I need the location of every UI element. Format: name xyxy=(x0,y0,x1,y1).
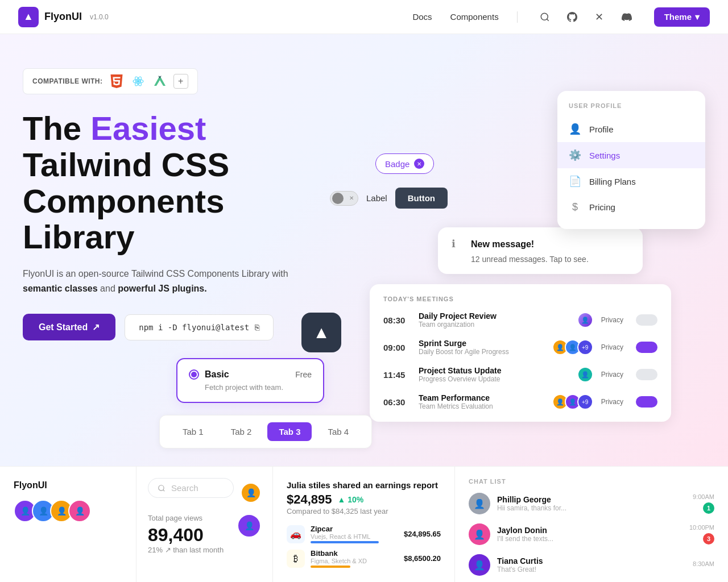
discord-icon[interactable] xyxy=(618,8,636,26)
nav-divider xyxy=(517,11,518,23)
vue-icon xyxy=(152,73,168,89)
tab-1[interactable]: Tab 1 xyxy=(171,422,215,441)
nav-docs[interactable]: Docs xyxy=(412,12,432,22)
bitbank-icon: ₿ xyxy=(287,550,305,568)
compatible-label: COMPATIBLE WITH: xyxy=(32,77,103,85)
dropdown-item-settings[interactable]: ⚙️ Settings xyxy=(557,142,705,168)
react-icon xyxy=(130,73,146,89)
earnings-row-2: ₿ Bitbank Figma, Sketch & XD $8,6500.20 xyxy=(287,549,441,568)
meeting-row: 11:45 Project Status Update Progress Ove… xyxy=(383,366,657,383)
logo-name: FlyonUI xyxy=(44,11,82,23)
nav-components[interactable]: Components xyxy=(450,12,499,22)
user-avatar-2: 👤 xyxy=(237,514,261,538)
dropdown-item-profile[interactable]: 👤 Profile xyxy=(557,116,705,142)
compatible-bar: COMPATIBLE WITH: + xyxy=(23,68,198,94)
bottom-logo-text: FlyonUI xyxy=(14,480,122,490)
svg-point-8 xyxy=(159,485,164,490)
navbar: ▲ FlyonUI v1.0.0 Docs Components ✕ Theme… xyxy=(0,0,728,34)
stats-change: 21% ↗ than last month xyxy=(148,546,224,554)
chat-name-2: Jaylon Donin xyxy=(497,526,682,535)
search-icon[interactable] xyxy=(536,8,554,26)
bottom-left-panel: FlyonUI 👤 👤 👤 👤 xyxy=(0,467,136,582)
earnings-card: Julia stiles shared an earnings report $… xyxy=(273,467,455,582)
info-icon: ℹ xyxy=(452,238,465,251)
html5-icon xyxy=(109,73,125,89)
earnings-amount: $24,895 ▲ 10% xyxy=(287,492,441,507)
tab-3[interactable]: Tab 3 xyxy=(267,422,312,441)
meeting-row: 06:30 Team Performance Team Metrics Eval… xyxy=(383,393,657,410)
install-command[interactable]: npm i -D flyonui@latest ⎘ xyxy=(125,314,274,340)
theme-button[interactable]: Theme ▾ xyxy=(654,7,710,27)
chat-preview-3: That's Great! xyxy=(497,566,686,573)
dropdown-header: USER PROFILE xyxy=(557,100,705,116)
float-button[interactable]: Button xyxy=(395,188,448,209)
chat-row-3[interactable]: 👤 Tiana Curtis That's Great! 8:30AM xyxy=(469,554,714,576)
svg-point-2 xyxy=(136,80,139,83)
chat-row-1[interactable]: 👤 Phillip George Hii samira, thanks for.… xyxy=(469,493,714,514)
chat-time-2: 10:00PM xyxy=(689,524,714,531)
plus-icon: + xyxy=(173,74,188,89)
earnings-bar-1 xyxy=(311,541,379,543)
get-started-button[interactable]: Get Started ↗ xyxy=(23,314,115,340)
search-box[interactable]: Search xyxy=(148,478,234,498)
earnings-row-1: 🚗 Zipcar Vuejs, React & HTML $24,895.65 xyxy=(287,525,441,543)
twitter-icon[interactable]: ✕ xyxy=(590,8,609,26)
dropdown-item-pricing[interactable]: $ Pricing xyxy=(557,194,705,220)
meetings-card: TODAY'S MEETINGS 08:30 Daily Project Rev… xyxy=(370,284,671,422)
plan-radio[interactable] xyxy=(189,369,199,380)
float-logo: ▲ xyxy=(301,313,341,352)
tab-4[interactable]: Tab 4 xyxy=(316,422,360,441)
dollar-icon: $ xyxy=(569,201,581,213)
chat-badge-1: 1 xyxy=(703,502,714,514)
chat-time-3: 8:30AM xyxy=(693,560,714,567)
toggle-label: Label xyxy=(366,193,387,203)
dropdown-menu: USER PROFILE 👤 Profile ⚙️ Settings 📄 Bil… xyxy=(557,91,705,229)
badge-close-icon[interactable]: ✕ xyxy=(414,159,424,169)
dropdown-item-billing[interactable]: 📄 Billing Plans xyxy=(557,168,705,194)
hero-section: COMPATIBLE WITH: + The Easiest Tailwind … xyxy=(0,34,728,466)
search-icon xyxy=(158,484,166,492)
avatar: 👤 xyxy=(577,312,593,328)
plan-price: Free xyxy=(295,370,312,379)
meeting-row: 09:00 Sprint Surge Daily Boost for Agile… xyxy=(383,339,657,356)
earnings-change: ▲ 10% xyxy=(338,495,364,504)
privacy-toggle-1[interactable] xyxy=(636,314,657,326)
chat-panel: CHAT LIST 👤 Phillip George Hii samira, t… xyxy=(455,467,728,582)
chat-time-1: 9:00AM xyxy=(693,493,714,500)
privacy-toggle-4[interactable] xyxy=(636,396,657,408)
bottom-search-panel: Search 👤 Total page views 89,400 21% ↗ t… xyxy=(136,467,273,582)
chat-preview-2: I'll send the texts... xyxy=(497,535,682,543)
toggle-group: ✕ Label Button xyxy=(330,188,448,209)
avatar-more: +9 xyxy=(577,339,593,355)
logo[interactable]: ▲ FlyonUI v1.0.0 xyxy=(18,7,109,27)
privacy-toggle-3[interactable] xyxy=(636,369,657,380)
notification-body: 12 unread messages. Tap to see. xyxy=(471,255,629,264)
chat-name-1: Phillip George xyxy=(497,495,686,504)
privacy-toggle-2[interactable] xyxy=(636,342,657,353)
badge-card: Badge ✕ xyxy=(375,153,434,174)
chat-avatar-2: 👤 xyxy=(469,523,490,545)
billing-icon: 📄 xyxy=(569,175,581,188)
bottom-section: FlyonUI 👤 👤 👤 👤 Search 👤 Total page view… xyxy=(0,466,728,582)
meetings-section-title: TODAY'S MEETINGS xyxy=(383,296,657,302)
earnings-bar-2 xyxy=(311,566,350,568)
stats-label: Total page views xyxy=(148,514,224,522)
toggle-switch[interactable]: ✕ xyxy=(330,191,358,206)
tab-2[interactable]: Tab 2 xyxy=(220,422,263,441)
svg-line-9 xyxy=(163,489,165,491)
user-avatar: 👤 xyxy=(241,483,261,503)
toggle-circle xyxy=(332,193,344,204)
badge-pill[interactable]: Badge ✕ xyxy=(375,153,434,174)
search-placeholder: Search xyxy=(171,483,198,493)
svg-point-0 xyxy=(541,13,548,20)
chat-row-2[interactable]: 👤 Jaylon Donin I'll send the texts... 10… xyxy=(469,523,714,545)
earnings-title: Julia stiles shared an earnings report xyxy=(287,480,441,490)
github-icon[interactable] xyxy=(563,8,581,26)
chat-badge-2: 3 xyxy=(703,533,714,544)
meeting-row: 08:30 Daily Project Review Team organiza… xyxy=(383,311,657,329)
plan-card: Basic Free Fetch project with team. xyxy=(176,358,324,403)
avatar: 👤 xyxy=(577,367,593,383)
hero-subtitle: FlyonUI is an open-source Tailwind CSS C… xyxy=(23,267,296,296)
plan-name: Basic xyxy=(205,369,229,380)
svg-line-1 xyxy=(547,19,548,20)
